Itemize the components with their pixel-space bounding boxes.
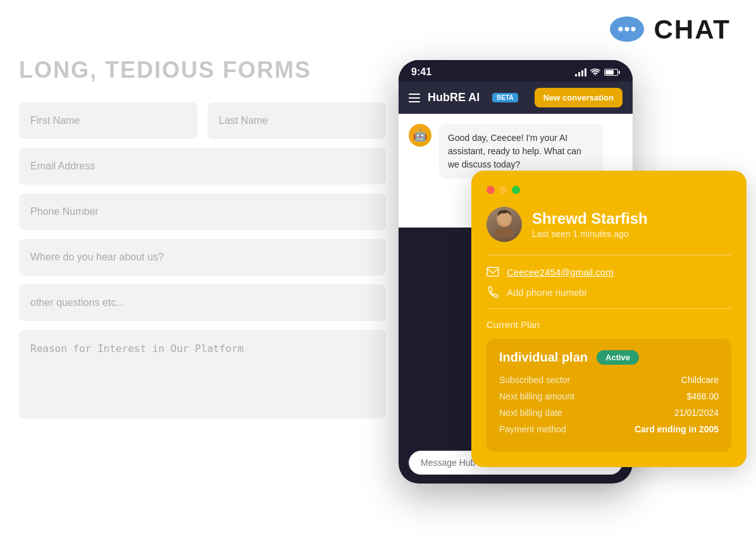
other-questions-input[interactable] [19, 284, 386, 321]
payment-method-row: Payment method Card ending in 2005 [499, 424, 719, 434]
phone-row: Add phone numebr [486, 286, 731, 298]
beta-badge: BETA [492, 93, 517, 102]
phone-nav-bar: HubRE AI BETA New conversation [399, 82, 633, 114]
email-row [19, 148, 386, 185]
user-status: Last seen 1 minutes ago [532, 229, 648, 239]
active-badge: Active [597, 350, 639, 365]
email-input[interactable] [19, 148, 386, 185]
minimize-dot[interactable] [499, 186, 507, 194]
current-plan-label: Current Plan [486, 319, 731, 330]
avatar-image [486, 207, 522, 242]
user-info: Shrewd Starfish Last seen 1 minutes ago [532, 210, 648, 239]
svg-point-3 [631, 27, 636, 32]
subscribed-sector-label: Subscribed sector [499, 375, 570, 385]
billing-amount-label: Next billing amount [499, 391, 574, 401]
user-phone: Add phone numebr [507, 287, 588, 298]
svg-rect-7 [487, 267, 499, 276]
other-row [19, 284, 386, 321]
hear-about-input[interactable] [19, 239, 386, 276]
close-dot[interactable] [486, 186, 495, 194]
phone-input[interactable] [19, 193, 386, 230]
phone-time: 9:41 [411, 66, 431, 78]
battery-icon [604, 69, 620, 76]
billing-date-label: Next billing date [499, 408, 562, 418]
plan-header: Individual plan Active [499, 350, 719, 365]
phone-row [19, 193, 386, 230]
header: CHAT [608, 13, 731, 47]
billing-amount-row: Next billing amount $468.00 [499, 391, 719, 401]
app-name: HubRE AI [428, 91, 480, 104]
hear-row [19, 239, 386, 276]
ai-avatar: 🤖 [409, 124, 431, 147]
payment-method-label: Payment method [499, 424, 566, 434]
user-name: Shrewd Starfish [532, 210, 648, 228]
svg-point-1 [619, 27, 623, 32]
avatar [486, 207, 522, 242]
signal-icon [575, 68, 586, 76]
chat-bubble-icon [608, 13, 646, 47]
divider-1 [486, 255, 731, 255]
email-row: Ceecee2454@gmail.com [486, 265, 731, 278]
name-row [19, 102, 386, 139]
user-profile: Shrewd Starfish Last seen 1 minutes ago [486, 207, 731, 242]
reason-textarea[interactable] [19, 330, 386, 418]
payment-method-value: Card ending in 2005 [635, 424, 719, 434]
chat-title: CHAT [654, 15, 731, 45]
hamburger-icon[interactable] [409, 94, 420, 102]
wifi-icon [590, 68, 600, 76]
user-email[interactable]: Ceecee2454@gmail.com [507, 267, 614, 277]
reason-row [19, 330, 386, 418]
plan-name: Individual plan [499, 350, 588, 365]
window-controls [486, 186, 731, 194]
billing-date-row: Next billing date 21/01/2024 [499, 408, 719, 418]
email-icon [486, 265, 499, 278]
phone-icons [575, 68, 620, 76]
form-section: LONG, TEDIOUS FORMS [19, 57, 386, 427]
plan-card: Individual plan Active Subscribed sector… [486, 339, 731, 452]
phone-icon [486, 286, 499, 298]
first-name-input[interactable] [19, 102, 197, 139]
billing-amount-value: $468.00 [686, 391, 719, 401]
last-name-input[interactable] [208, 102, 386, 139]
subscribed-sector-value: Childcare [681, 375, 719, 385]
user-card: Shrewd Starfish Last seen 1 minutes ago … [471, 171, 747, 467]
subscribed-sector-row: Subscribed sector Childcare [499, 375, 719, 385]
maximize-dot[interactable] [512, 186, 520, 194]
svg-point-2 [625, 27, 629, 32]
billing-date-value: 21/01/2024 [674, 408, 719, 418]
new-conversation-button[interactable]: New conversation [535, 88, 623, 107]
divider-2 [486, 308, 731, 309]
form-title: LONG, TEDIOUS FORMS [19, 57, 386, 83]
phone-status-bar: 9:41 [399, 60, 633, 82]
